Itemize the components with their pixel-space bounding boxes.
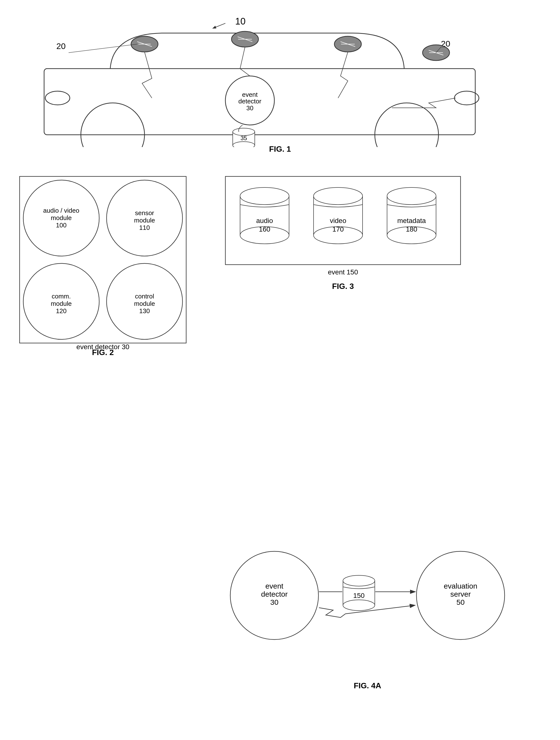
svg-text:120: 120 bbox=[56, 307, 66, 314]
svg-text:detector: detector bbox=[239, 98, 261, 105]
svg-text:module: module bbox=[134, 300, 155, 307]
svg-text:evaluation: evaluation bbox=[444, 582, 477, 590]
fig1-diagram: 10 20 20 bbox=[24, 15, 515, 147]
svg-text:sensor: sensor bbox=[135, 209, 154, 216]
svg-text:130: 130 bbox=[139, 307, 150, 314]
svg-point-73 bbox=[343, 600, 375, 611]
svg-point-5 bbox=[375, 103, 439, 147]
svg-text:180: 180 bbox=[406, 225, 417, 233]
svg-point-56 bbox=[313, 187, 363, 205]
svg-text:module: module bbox=[134, 216, 155, 224]
fig4a-caption: FIG. 4A bbox=[233, 681, 502, 690]
svg-point-6 bbox=[45, 91, 70, 105]
svg-text:server: server bbox=[450, 590, 471, 598]
svg-text:event 150: event 150 bbox=[328, 268, 358, 276]
fig3-caption: FIG. 3 bbox=[233, 282, 453, 291]
svg-rect-31 bbox=[20, 176, 186, 343]
svg-line-20 bbox=[69, 44, 137, 53]
fig2-caption-text: FIG. 2 bbox=[92, 348, 114, 357]
svg-text:100: 100 bbox=[56, 221, 66, 229]
svg-point-28 bbox=[233, 128, 255, 135]
svg-text:20: 20 bbox=[56, 41, 66, 51]
fig4a-diagram: event detector 30 150 evaluation server … bbox=[220, 527, 515, 679]
svg-text:170: 170 bbox=[333, 225, 344, 233]
fig1-caption-text: FIG. 1 bbox=[269, 145, 291, 154]
page: 10 20 20 bbox=[0, 0, 560, 740]
fig1-caption: FIG. 1 bbox=[0, 145, 560, 154]
svg-text:detector: detector bbox=[261, 590, 288, 598]
fig3-diagram: audio 160 video 170 metadata 180 event 1… bbox=[220, 172, 465, 294]
fig2-diagram: audio / video module 100 sensor module 1… bbox=[15, 172, 191, 358]
svg-text:metadata: metadata bbox=[397, 217, 426, 224]
svg-text:10: 10 bbox=[235, 16, 246, 26]
svg-text:event: event bbox=[242, 91, 258, 98]
svg-text:110: 110 bbox=[139, 224, 150, 231]
fig2-caption: FIG. 2 bbox=[20, 348, 186, 357]
svg-text:video: video bbox=[330, 217, 346, 224]
svg-text:audio: audio bbox=[256, 217, 273, 224]
svg-point-72 bbox=[343, 575, 375, 586]
svg-text:160: 160 bbox=[259, 225, 270, 233]
svg-point-51 bbox=[240, 187, 289, 205]
fig4a-caption-text: FIG. 4A bbox=[354, 681, 381, 690]
svg-text:30: 30 bbox=[247, 104, 254, 112]
svg-text:audio / video: audio / video bbox=[43, 207, 79, 214]
svg-text:35: 35 bbox=[241, 135, 247, 142]
svg-text:control: control bbox=[135, 293, 154, 300]
svg-text:module: module bbox=[51, 300, 72, 307]
svg-point-61 bbox=[387, 187, 436, 205]
svg-text:30: 30 bbox=[270, 598, 278, 606]
svg-text:event: event bbox=[265, 582, 283, 590]
svg-point-4 bbox=[81, 103, 145, 147]
svg-text:150: 150 bbox=[353, 592, 365, 599]
svg-text:module: module bbox=[51, 214, 72, 221]
fig3-caption-text: FIG. 3 bbox=[332, 282, 354, 291]
svg-text:comm.: comm. bbox=[52, 293, 71, 300]
svg-text:50: 50 bbox=[456, 598, 464, 606]
